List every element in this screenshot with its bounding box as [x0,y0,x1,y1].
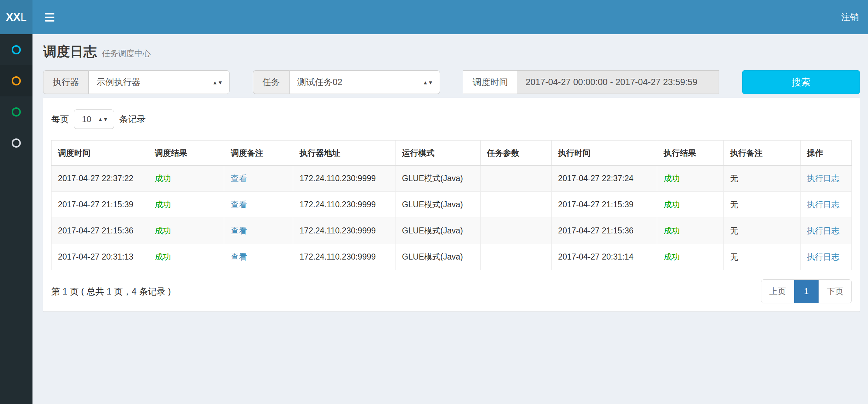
column-header-executor_address: 执行器地址 [293,141,396,166]
schedule-time-filter-label: 调度时间 [463,70,517,94]
column-header-schedule_remark: 调度备注 [224,141,293,166]
app-logo[interactable]: XXL [0,0,32,34]
circle-icon [12,45,21,54]
cell-schedule_time: 2017-04-27 21:15:36 [52,218,148,244]
cell-schedule_result: 成功 [148,218,224,244]
column-header-exec_result: 执行结果 [657,141,724,166]
cell-exec_time: 2017-04-27 21:15:36 [552,218,657,244]
cell-executor_address: 172.24.110.230:9999 [293,166,396,192]
cell-exec_result: 成功 [657,218,724,244]
log-table-body: 2017-04-27 22:37:22成功查看172.24.110.230:99… [52,166,852,270]
page-size-value: 10 [82,114,91,124]
cell-schedule_remark: 查看 [224,166,293,192]
cell-run_mode: GLUE模式(Java) [396,192,480,218]
cell-schedule_time: 2017-04-27 22:37:22 [52,166,148,192]
column-header-schedule_time: 调度时间 [52,141,148,166]
page-size-prefix: 每页 [51,113,69,125]
page-size-select[interactable]: 10 ▲▼ [74,109,114,129]
log-table-header-row: 调度时间调度结果调度备注执行器地址运行模式任务参数执行时间执行结果执行备注操作 [52,141,852,166]
cell-executor_address: 172.24.110.230:9999 [293,192,396,218]
page-size-suffix: 条记录 [119,113,145,125]
sidebar-item-3[interactable] [0,96,32,127]
cell-action: 执行日志 [800,166,851,192]
action-link[interactable]: 执行日志 [807,226,839,235]
executor-filter-label: 执行器 [43,70,88,94]
sidebar-item-2[interactable] [0,65,32,96]
filter-bar: 执行器 示例执行器 ▲▼ 任务 测试任务02 ▲▼ 调度时间 2017-04-2… [32,70,868,94]
table-row: 2017-04-27 22:37:22成功查看172.24.110.230:99… [52,166,852,192]
cell-executor_address: 172.24.110.230:9999 [293,218,396,244]
cell-exec_result: 成功 [657,244,724,270]
cell-action: 执行日志 [800,192,851,218]
schedule_remark-link[interactable]: 查看 [231,174,247,183]
cell-run_mode: GLUE模式(Java) [396,218,480,244]
page-title: 调度日志 [43,44,97,59]
search-button[interactable]: 搜索 [742,70,860,94]
column-header-job_param: 任务参数 [480,141,552,166]
schedule_remark-link[interactable]: 查看 [231,200,247,209]
sidebar-toggle-button[interactable] [32,0,67,34]
log-panel: 每页 10 ▲▼ 条记录 调度时间调度结果调度备注执行器地址运行模式任务参数执行… [43,98,860,311]
next-page-button[interactable]: 下页 [819,280,851,303]
select-updown-icon: ▲▼ [98,117,108,121]
table-row: 2017-04-27 20:31:13成功查看172.24.110.230:99… [52,244,852,270]
cell-exec_remark: 无 [724,192,801,218]
executor-filter-group: 执行器 示例执行器 ▲▼ [43,70,230,94]
circle-icon [12,76,21,85]
screen: XXL 注销 调度日志 任务调度中心 执行器 示例执行器 ▲▼ 任务 [0,0,868,404]
cell-action: 执行日志 [800,218,851,244]
job-select[interactable]: 测试任务02 ▲▼ [289,70,440,94]
job-filter-group: 任务 测试任务02 ▲▼ [253,70,440,94]
action-link[interactable]: 执行日志 [807,174,839,183]
cell-schedule_remark: 查看 [224,192,293,218]
schedule-time-filter-group: 调度时间 2017-04-27 00:00:00 - 2017-04-27 23… [463,70,719,94]
pagination-bar: 第 1 页 ( 总共 1 页，4 条记录 ) 上页 1 下页 [51,279,852,303]
page-1-button[interactable]: 1 [794,280,819,303]
schedule-time-range-input[interactable]: 2017-04-27 00:00:00 - 2017-04-27 23:59:5… [517,70,719,94]
pagination-info: 第 1 页 ( 总共 1 页，4 条记录 ) [51,286,171,297]
cell-job_param [480,166,552,192]
column-header-exec_remark: 执行备注 [724,141,801,166]
cell-schedule_remark: 查看 [224,244,293,270]
cell-exec_result: 成功 [657,192,724,218]
circle-icon [12,107,21,117]
page-size-control: 每页 10 ▲▼ 条记录 [51,106,852,129]
cell-schedule_remark: 查看 [224,218,293,244]
log-table: 调度时间调度结果调度备注执行器地址运行模式任务参数执行时间执行结果执行备注操作 … [51,140,852,270]
cell-exec_time: 2017-04-27 21:15:39 [552,192,657,218]
cell-exec_time: 2017-04-27 20:31:14 [552,244,657,270]
cell-schedule_result: 成功 [148,192,224,218]
logo-text-light: L [20,11,26,24]
action-link[interactable]: 执行日志 [807,252,839,261]
executor-select[interactable]: 示例执行器 ▲▼ [88,70,230,94]
cell-action: 执行日志 [800,244,851,270]
job-select-value: 测试任务02 [297,76,343,88]
main-content: 调度日志 任务调度中心 执行器 示例执行器 ▲▼ 任务 测试任务02 ▲▼ 调度… [32,34,868,404]
cell-exec_result: 成功 [657,166,724,192]
navbar-spacer [67,0,832,34]
content-header: 调度日志 任务调度中心 [32,34,868,61]
pager: 上页 1 下页 [761,279,852,303]
column-header-run_mode: 运行模式 [396,141,480,166]
cell-schedule_result: 成功 [148,166,224,192]
sidebar-item-4[interactable] [0,127,32,159]
cell-exec_remark: 无 [724,166,801,192]
action-link[interactable]: 执行日志 [807,200,839,209]
schedule_remark-link[interactable]: 查看 [231,226,247,235]
logout-button[interactable]: 注销 [832,0,868,34]
page-subtitle: 任务调度中心 [102,49,150,58]
circle-icon [12,138,21,148]
logo-text-bold: XX [6,11,20,24]
job-filter-label: 任务 [253,70,289,94]
cell-executor_address: 172.24.110.230:9999 [293,244,396,270]
cell-exec_remark: 无 [724,244,801,270]
sidebar-menu [0,34,32,404]
prev-page-button[interactable]: 上页 [761,280,794,303]
sidebar-item-1[interactable] [0,34,32,65]
cell-job_param [480,244,552,270]
table-row: 2017-04-27 21:15:39成功查看172.24.110.230:99… [52,192,852,218]
column-header-schedule_result: 调度结果 [148,141,224,166]
schedule_remark-link[interactable]: 查看 [231,252,247,261]
executor-select-value: 示例执行器 [96,76,141,88]
cell-run_mode: GLUE模式(Java) [396,244,480,270]
